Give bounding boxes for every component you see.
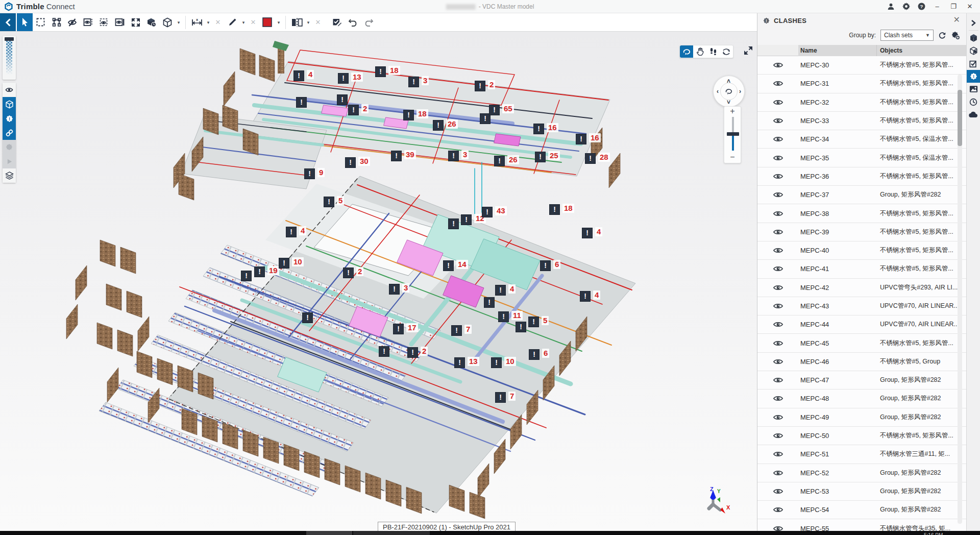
clash-marker[interactable]: !2 xyxy=(343,268,354,278)
row-eye-icon[interactable] xyxy=(757,321,798,328)
zoom-out-button[interactable]: − xyxy=(730,153,734,162)
taskbar-app-segment[interactable] xyxy=(353,531,430,535)
row-eye-icon[interactable] xyxy=(757,210,798,217)
markup-pen-reset-icon[interactable]: ✕ xyxy=(247,18,259,26)
zoom-in-button[interactable]: + xyxy=(730,107,734,116)
clash-marker[interactable]: !3 xyxy=(408,77,419,87)
measure-reset-icon[interactable]: ✕ xyxy=(212,18,224,26)
model-history-button[interactable] xyxy=(143,13,159,31)
history-tab-icon[interactable] xyxy=(967,95,980,108)
zoom-slider-handle[interactable] xyxy=(727,132,739,136)
wheel-right-arrow[interactable]: › xyxy=(739,89,741,94)
group-by-select[interactable]: Clash sets ▼ xyxy=(880,30,934,41)
clash-row[interactable]: MEPC-32 不锈钢水管#5, 矩形风管... xyxy=(757,93,966,112)
measure-dropdown-caret[interactable]: ▾ xyxy=(205,20,212,25)
clash-marker[interactable]: !7 xyxy=(495,392,506,403)
clash-row[interactable]: MEPC-33 不锈钢水管#5, 矩形风管... xyxy=(757,112,966,130)
markup-pen-dropdown-caret[interactable]: ▾ xyxy=(240,20,247,25)
slider-handle[interactable] xyxy=(5,37,14,41)
clash-marker[interactable]: !10 xyxy=(491,357,502,368)
redo-button[interactable] xyxy=(361,13,377,31)
clash-row[interactable]: MEPC-30 不锈钢水管#5, 矩形风管... xyxy=(757,56,966,75)
row-eye-icon[interactable] xyxy=(757,414,798,421)
hide-object-button[interactable] xyxy=(64,13,80,31)
clash-marker[interactable]: ! xyxy=(296,97,307,108)
wheel-down-arrow[interactable]: ˅ xyxy=(727,100,730,105)
clash-row[interactable]: MEPC-52 Group, 矩形风管#282 xyxy=(757,464,966,482)
row-eye-icon[interactable] xyxy=(757,450,798,458)
row-eye-icon[interactable] xyxy=(757,247,798,254)
clash-marker[interactable]: !4 xyxy=(582,228,593,238)
clash-marker[interactable]: !18 xyxy=(549,204,560,215)
clash-row[interactable]: MEPC-40 不锈钢水管#5, 矩形风管... xyxy=(757,241,966,260)
row-eye-icon[interactable] xyxy=(757,191,798,199)
clash-marker[interactable]: !4 xyxy=(293,70,304,81)
select-tool-button[interactable] xyxy=(17,13,33,31)
walk-tool-button[interactable] xyxy=(706,45,720,58)
split-view-button[interactable] xyxy=(289,13,305,31)
markup-color-swatch[interactable] xyxy=(259,13,275,31)
clash-marker[interactable]: !13 xyxy=(338,73,349,84)
row-eye-icon[interactable] xyxy=(757,525,798,531)
row-eye-icon[interactable] xyxy=(757,376,798,384)
row-eye-icon[interactable] xyxy=(757,173,798,180)
row-eye-icon[interactable] xyxy=(757,117,798,125)
clash-row[interactable]: MEPC-43 UPVC管#70, AIR LINEAR... xyxy=(757,297,966,315)
clash-row[interactable]: MEPC-51 不锈钢水管三通#11, 矩... xyxy=(757,445,966,464)
clash-marker[interactable]: ! xyxy=(448,218,459,229)
clash-marker[interactable]: !3 xyxy=(448,151,459,161)
clash-row[interactable]: MEPC-50 不锈钢水管#5, 矩形风管... xyxy=(757,427,966,445)
row-eye-icon[interactable] xyxy=(757,99,798,106)
window-restore-button[interactable]: ❐ xyxy=(946,1,961,12)
clash-row[interactable]: MEPC-44 UPVC管#70, AIR LINEAR... xyxy=(757,315,966,334)
measure-tool-button[interactable]: x xyxy=(189,13,205,31)
settings-gear-icon[interactable] xyxy=(899,1,913,12)
clash-marker[interactable]: !7 xyxy=(451,325,462,336)
clash-marker[interactable]: !4 xyxy=(286,227,297,237)
clash-marker[interactable]: ! xyxy=(337,94,348,105)
clash-marker[interactable]: ! xyxy=(379,346,389,357)
column-name[interactable]: Name xyxy=(798,45,877,56)
clash-row[interactable]: MEPC-38 不锈钢水管#5, 矩形风管... xyxy=(757,204,966,223)
refresh-icon[interactable] xyxy=(938,31,946,39)
row-eye-icon[interactable] xyxy=(757,80,798,87)
clash-marker[interactable]: !18 xyxy=(403,110,414,120)
user-account-icon[interactable] xyxy=(884,1,897,12)
row-eye-icon[interactable] xyxy=(757,265,798,273)
clash-row[interactable]: MEPC-53 Group, 矩形风管#282 xyxy=(757,482,966,501)
clash-row[interactable]: MEPC-36 不锈钢水管#5, 矩形风管... xyxy=(757,167,966,186)
row-eye-icon[interactable] xyxy=(757,432,798,440)
clash-row[interactable]: MEPC-47 Group, 矩形风管#282 xyxy=(757,371,966,390)
clash-row[interactable]: MEPC-41 不锈钢水管#5, 矩形风管... xyxy=(757,260,966,278)
navigation-wheel[interactable]: ˄ ˅ ‹ › xyxy=(713,76,745,107)
row-eye-icon[interactable] xyxy=(757,395,798,402)
select-similar-button[interactable] xyxy=(48,13,64,31)
row-eye-icon[interactable] xyxy=(757,228,798,236)
clash-marker[interactable]: !28 xyxy=(585,153,596,164)
clash-marker[interactable]: !43 xyxy=(482,207,493,217)
window-close-button[interactable]: ✕ xyxy=(963,1,977,12)
windows-taskbar[interactable]: 5:16 PM xyxy=(0,531,980,535)
clash-marker[interactable]: !26 xyxy=(494,156,505,166)
clash-marker[interactable]: !10 xyxy=(279,258,289,269)
clash-marker[interactable]: !6 xyxy=(529,349,540,360)
clashes-panel-close-icon[interactable]: ✕ xyxy=(953,15,960,25)
collapse-panel-chevron[interactable] xyxy=(967,16,980,29)
zoom-slider[interactable]: + − xyxy=(724,106,741,163)
layers-button[interactable] xyxy=(3,168,16,183)
clash-row[interactable]: MEPC-42 UPVC管弯头#293, AIR LI... xyxy=(757,279,966,297)
window-minimize-button[interactable]: – xyxy=(930,1,944,12)
clash-marker[interactable]: !17 xyxy=(393,324,404,334)
row-eye-icon[interactable] xyxy=(757,61,798,69)
clash-marker[interactable]: !65 xyxy=(489,105,500,115)
clash-list-scrollbar[interactable] xyxy=(958,75,962,524)
clash-row[interactable]: MEPC-49 Group, 矩形风管#282 xyxy=(757,408,966,427)
clash-marker[interactable]: !5 xyxy=(528,317,539,327)
link-button[interactable] xyxy=(3,126,16,140)
marquee-select-button[interactable] xyxy=(33,13,48,31)
views-tab-icon[interactable] xyxy=(967,83,980,95)
row-eye-icon[interactable] xyxy=(757,339,798,347)
sync-cloud-tab-icon[interactable] xyxy=(967,108,980,121)
clash-row[interactable]: MEPC-55 不锈钢水管弯头#35, 矩... xyxy=(757,519,966,531)
orbit-tool-button[interactable] xyxy=(680,45,693,58)
